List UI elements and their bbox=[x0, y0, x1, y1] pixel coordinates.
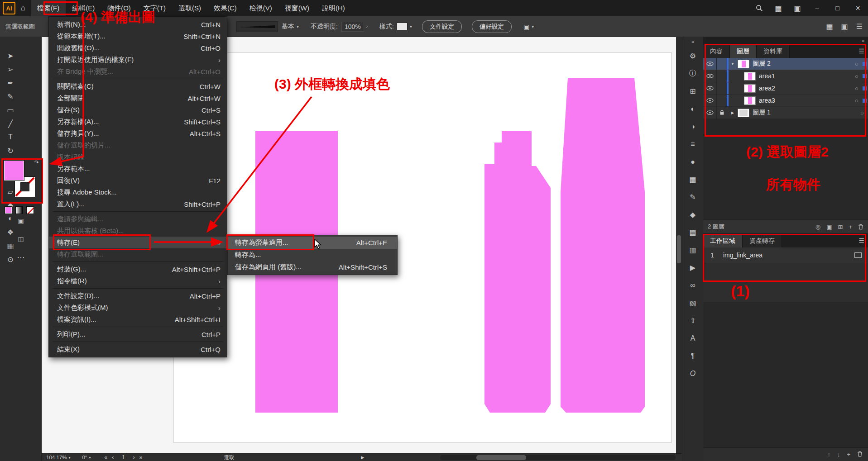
actions-icon[interactable]: ▶ bbox=[682, 259, 703, 276]
swap-fill-stroke-icon[interactable]: ↷ bbox=[34, 159, 39, 166]
layer-row-area3[interactable]: area3 ○ bbox=[703, 95, 868, 107]
target-circle-icon[interactable]: ○ bbox=[851, 97, 863, 104]
properties-icon[interactable]: ⚙ bbox=[682, 47, 703, 65]
artboard-icon[interactable] bbox=[854, 252, 862, 258]
prev-artboard-button[interactable]: ‹ bbox=[112, 454, 114, 461]
layer-name[interactable]: 圖層 2 bbox=[753, 60, 851, 68]
menu-item-save-copy[interactable]: 儲存拷貝(Y)...Alt+Ctrl+S bbox=[49, 128, 227, 139]
none-button[interactable] bbox=[26, 206, 34, 214]
direct-selection-tool-icon[interactable]: ➢ bbox=[0, 62, 21, 76]
menu-object[interactable]: 物件(O) bbox=[101, 0, 137, 16]
visibility-toggle[interactable] bbox=[703, 82, 717, 94]
menu-item-save-as[interactable]: 另存新檔(A)...Shift+Ctrl+S bbox=[49, 116, 227, 128]
new-layer-icon[interactable]: + bbox=[849, 223, 852, 230]
info-icon[interactable]: ⓘ bbox=[682, 65, 703, 82]
chevron-down-icon[interactable]: ▾ bbox=[532, 24, 534, 29]
isolate-icon[interactable]: ▣ bbox=[523, 23, 529, 30]
collapse-panels-icon[interactable]: « bbox=[691, 39, 694, 47]
menu-window[interactable]: 視窗(W) bbox=[278, 0, 316, 16]
brushes-icon[interactable]: ✎ bbox=[682, 188, 703, 206]
make-mask-icon[interactable]: ▣ bbox=[826, 223, 832, 230]
visibility-toggle[interactable] bbox=[703, 58, 717, 70]
scrollbar-thumb[interactable] bbox=[476, 455, 526, 460]
menu-item-export[interactable]: 轉存(E)› bbox=[49, 237, 227, 248]
expand-icon[interactable]: ▼ bbox=[729, 62, 737, 66]
artboard-name[interactable]: img_link_area bbox=[723, 252, 762, 259]
new-artboard-icon[interactable]: + bbox=[847, 451, 850, 458]
lock-toggle[interactable] bbox=[717, 58, 727, 70]
chevron-down-icon[interactable]: ▾ bbox=[410, 24, 412, 29]
pen-tool-icon[interactable]: ✒ bbox=[0, 76, 21, 90]
menu-item-print[interactable]: 列印(P)...Ctrl+P bbox=[49, 328, 227, 340]
align-icon[interactable]: ▤ bbox=[682, 223, 703, 241]
submenu-item-export-for-screens[interactable]: 轉存為螢幕適用...Alt+Ctrl+E bbox=[228, 237, 397, 249]
visibility-toggle[interactable] bbox=[703, 95, 717, 106]
selection-tool-icon[interactable]: ➤ bbox=[0, 49, 21, 62]
rotation-dropdown[interactable]: 0°▾ bbox=[82, 455, 91, 460]
menu-effect[interactable]: 效果(C) bbox=[207, 0, 243, 16]
visibility-toggle[interactable] bbox=[703, 70, 717, 82]
menu-item-open[interactable]: 開啟舊檔(O)...Ctrl+O bbox=[49, 42, 227, 54]
home-icon[interactable]: ⌂ bbox=[15, 4, 31, 13]
opacity-input[interactable]: 100% bbox=[341, 22, 364, 32]
menu-help[interactable]: 說明(H) bbox=[316, 0, 351, 16]
character-icon[interactable]: A bbox=[682, 329, 703, 347]
layer-thumbnail[interactable] bbox=[744, 72, 756, 81]
tab-artboards[interactable]: 工作區域 bbox=[703, 234, 743, 247]
menu-item-place[interactable]: 置入(L)...Shift+Ctrl+P bbox=[49, 198, 227, 210]
play-icon[interactable]: ▶ bbox=[361, 455, 364, 460]
type-tool-icon[interactable]: T bbox=[0, 130, 21, 144]
tab-content[interactable]: 內容 bbox=[703, 44, 730, 58]
arrange-documents-icon[interactable]: ▣ bbox=[788, 0, 807, 16]
fill-color-swatch[interactable] bbox=[4, 160, 24, 181]
layer-thumbnail[interactable] bbox=[738, 60, 749, 68]
close-button[interactable]: ✕ bbox=[848, 0, 868, 16]
layer-row-area2[interactable]: area2 ○ bbox=[703, 82, 868, 95]
menu-item-scripts[interactable]: 指令檔(R)› bbox=[49, 275, 227, 287]
menu-item-new[interactable]: 新增(N)...Ctrl+N bbox=[49, 19, 227, 30]
lock-icon[interactable] bbox=[717, 107, 727, 119]
color-icon[interactable]: ◐ bbox=[682, 100, 703, 118]
submenu-item-export-as[interactable]: 轉存為... bbox=[228, 249, 397, 261]
next-artboard-button[interactable]: › bbox=[133, 454, 135, 461]
curvature-tool-icon[interactable]: ✎ bbox=[0, 90, 21, 103]
maximize-button[interactable]: □ bbox=[827, 0, 848, 16]
expand-icon[interactable]: ▶ bbox=[729, 111, 737, 115]
style-swatch[interactable] bbox=[397, 23, 408, 30]
menu-item-file-info[interactable]: 檔案資訊(I)...Alt+Shift+Ctrl+I bbox=[49, 314, 227, 325]
menu-edit[interactable]: 編輯(E) bbox=[66, 0, 101, 16]
stroke-icon[interactable]: ≡ bbox=[682, 135, 703, 153]
gradient-button[interactable] bbox=[15, 206, 23, 214]
line-tool-icon[interactable]: ╱ bbox=[0, 117, 21, 130]
move-up-icon[interactable]: ↑ bbox=[827, 451, 830, 458]
grid-view-icon[interactable]: ▦ bbox=[826, 22, 833, 31]
menu-view[interactable]: 檢視(V) bbox=[243, 0, 278, 16]
menu-select[interactable]: 選取(S) bbox=[172, 0, 207, 16]
symbols-icon[interactable]: ◆ bbox=[682, 206, 703, 223]
artboard-row[interactable]: 1 img_link_area bbox=[703, 247, 868, 263]
workspace-switcher-icon[interactable]: ▦ bbox=[769, 0, 788, 16]
vertical-scrollbar[interactable] bbox=[676, 37, 682, 453]
menu-item-save[interactable]: 儲存(S)Ctrl+S bbox=[49, 104, 227, 116]
paragraph-icon[interactable]: ¶ bbox=[682, 347, 703, 365]
menu-item-document-color-mode[interactable]: 文件色彩模式(M)› bbox=[49, 302, 227, 314]
color-guide-icon[interactable]: ◑ bbox=[682, 118, 703, 135]
artboards-icon[interactable]: ▧ bbox=[682, 294, 703, 312]
horizontal-scrollbar[interactable] bbox=[440, 455, 676, 460]
menu-type[interactable]: 文字(T) bbox=[137, 0, 172, 16]
target-circle-icon[interactable]: ○ bbox=[851, 85, 863, 92]
layer-name[interactable]: 圖層 1 bbox=[753, 109, 856, 117]
target-circle-icon[interactable]: ○ bbox=[851, 73, 863, 80]
menu-item-exit[interactable]: 結束(X)Ctrl+Q bbox=[49, 343, 227, 355]
appearance-icon[interactable]: ● bbox=[682, 153, 703, 171]
target-circle-icon[interactable]: ○ bbox=[856, 109, 868, 116]
panel-menu-icon[interactable]: ☰ bbox=[858, 237, 864, 244]
panel-layout-icon[interactable]: ▣ bbox=[841, 22, 848, 31]
preferences-button[interactable]: 偏好設定 bbox=[472, 20, 512, 33]
layer-name[interactable]: area1 bbox=[759, 72, 851, 80]
asset-export-icon[interactable]: ⇧ bbox=[682, 312, 703, 329]
pathfinder-icon[interactable]: ▥ bbox=[682, 241, 703, 259]
menu-item-search-adobe-stock[interactable]: 搜尋 Adobe Stock... bbox=[49, 186, 227, 198]
transform-icon[interactable]: ⊞ bbox=[682, 82, 703, 100]
lock-toggle[interactable] bbox=[717, 70, 727, 82]
